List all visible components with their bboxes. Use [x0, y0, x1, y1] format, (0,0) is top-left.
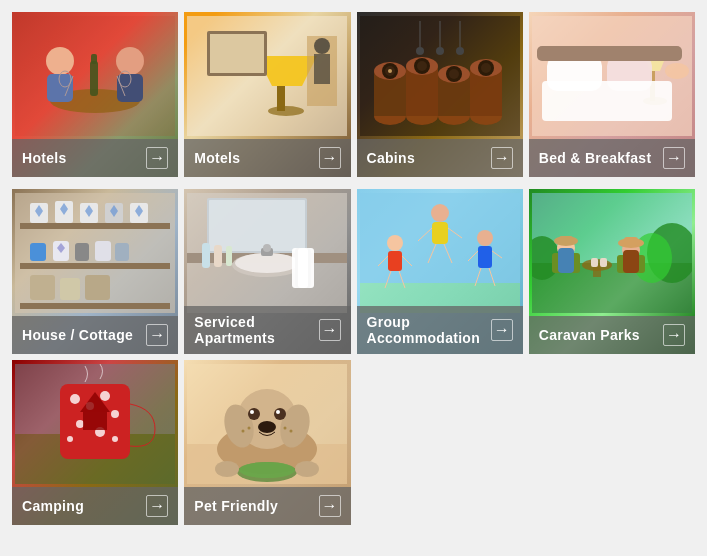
category-card-pet[interactable]: Pet Friendly →: [184, 360, 350, 525]
serviced-image: [184, 189, 350, 316]
svg-rect-133: [600, 258, 607, 267]
svg-point-47: [436, 47, 444, 55]
svg-rect-89: [298, 248, 308, 288]
svg-rect-78: [30, 275, 55, 300]
caravan-arrow: →: [663, 324, 685, 346]
category-card-hotels[interactable]: Hotels →: [12, 12, 178, 177]
svg-rect-80: [85, 275, 110, 300]
svg-point-155: [250, 410, 254, 414]
category-card-serviced[interactable]: Serviced Apartments →: [184, 189, 350, 354]
svg-point-153: [248, 408, 260, 420]
category-card-camping[interactable]: Camping →: [12, 360, 178, 525]
svg-rect-77: [115, 243, 129, 261]
svg-rect-56: [537, 46, 682, 61]
svg-rect-91: [214, 245, 222, 267]
svg-point-144: [112, 436, 118, 442]
svg-point-141: [76, 420, 84, 428]
svg-rect-83: [209, 200, 305, 251]
cottage-arrow: →: [146, 324, 168, 346]
svg-rect-11: [15, 16, 175, 136]
camping-image: [12, 360, 178, 487]
cabins-image: [357, 12, 523, 139]
svg-point-19: [314, 38, 330, 54]
svg-point-109: [477, 230, 493, 246]
svg-point-97: [431, 204, 449, 222]
svg-rect-92: [226, 246, 232, 266]
category-grid-row1: Hotels →: [6, 6, 701, 183]
group-arrow: →: [491, 319, 513, 341]
svg-rect-72: [30, 243, 46, 261]
category-card-motels[interactable]: Motels →: [184, 12, 350, 177]
camping-arrow: →: [146, 495, 168, 517]
svg-rect-124: [559, 236, 573, 244]
cabins-label: Cabins: [367, 150, 415, 166]
hotels-arrow: →: [146, 147, 168, 169]
hotels-overlay: Hotels →: [12, 139, 178, 177]
bnb-overlay: Bed & Breakfast →: [529, 139, 695, 177]
cottage-label: House / Cottage: [22, 327, 133, 343]
svg-point-48: [456, 47, 464, 55]
svg-point-160: [284, 426, 287, 429]
svg-point-154: [274, 408, 286, 420]
svg-rect-79: [60, 278, 80, 300]
pet-overlay: Pet Friendly →: [184, 487, 350, 525]
svg-point-103: [387, 235, 403, 251]
svg-point-15: [268, 106, 304, 116]
hotels-label: Hotels: [22, 150, 67, 166]
svg-rect-127: [623, 250, 639, 273]
svg-rect-55: [542, 81, 672, 121]
svg-point-159: [242, 429, 245, 432]
svg-rect-20: [314, 54, 330, 84]
cottage-overlay: House / Cottage →: [12, 316, 178, 354]
svg-point-157: [258, 421, 276, 433]
category-card-cabins[interactable]: Cabins →: [357, 12, 523, 177]
bnb-image: [529, 12, 695, 139]
svg-point-163: [239, 462, 295, 478]
category-grid-row3: Camping →: [6, 360, 701, 531]
category-card-caravan[interactable]: Caravan Parks →: [529, 189, 695, 354]
svg-rect-132: [591, 258, 598, 267]
group-label: Group Accommodation: [367, 314, 491, 346]
group-overlay: Group Accommodation →: [357, 306, 523, 354]
svg-point-140: [111, 410, 119, 418]
cabins-overlay: Cabins →: [357, 139, 523, 177]
category-card-cottage[interactable]: House / Cottage →: [12, 189, 178, 354]
cabins-arrow: →: [491, 147, 513, 169]
category-card-bnb[interactable]: Bed & Breakfast →: [529, 12, 695, 177]
svg-point-161: [290, 429, 293, 432]
caravan-overlay: Caravan Parks →: [529, 316, 695, 354]
serviced-arrow: →: [319, 319, 341, 341]
cottage-image: [12, 189, 178, 316]
svg-rect-104: [388, 251, 402, 271]
category-grid-row2: House / Cottage →: [6, 183, 701, 360]
svg-point-156: [276, 410, 280, 414]
motels-label: Motels: [194, 150, 240, 166]
svg-point-57: [665, 63, 689, 79]
motels-image: [184, 12, 350, 139]
pet-arrow: →: [319, 495, 341, 517]
svg-rect-129: [624, 237, 638, 246]
group-image: [357, 189, 523, 316]
serviced-overlay: Serviced Apartments →: [184, 306, 350, 354]
svg-point-165: [295, 461, 319, 477]
category-card-group[interactable]: Group Accommodation →: [357, 189, 523, 354]
svg-point-164: [215, 461, 239, 477]
svg-rect-76: [95, 241, 111, 261]
svg-rect-122: [558, 248, 574, 273]
svg-rect-59: [20, 223, 170, 229]
svg-rect-146: [83, 412, 107, 430]
svg-point-158: [248, 426, 251, 429]
motels-overlay: Motels →: [184, 139, 350, 177]
svg-point-143: [67, 436, 73, 442]
motels-arrow: →: [319, 147, 341, 169]
svg-point-46: [416, 47, 424, 55]
svg-point-37: [449, 69, 459, 79]
caravan-image: [529, 189, 695, 316]
svg-point-42: [481, 63, 491, 73]
svg-point-94: [263, 244, 271, 252]
svg-rect-90: [202, 243, 210, 268]
pet-label: Pet Friendly: [194, 498, 278, 514]
camping-overlay: Camping →: [12, 487, 178, 525]
svg-rect-61: [20, 303, 170, 309]
bnb-label: Bed & Breakfast: [539, 150, 652, 166]
